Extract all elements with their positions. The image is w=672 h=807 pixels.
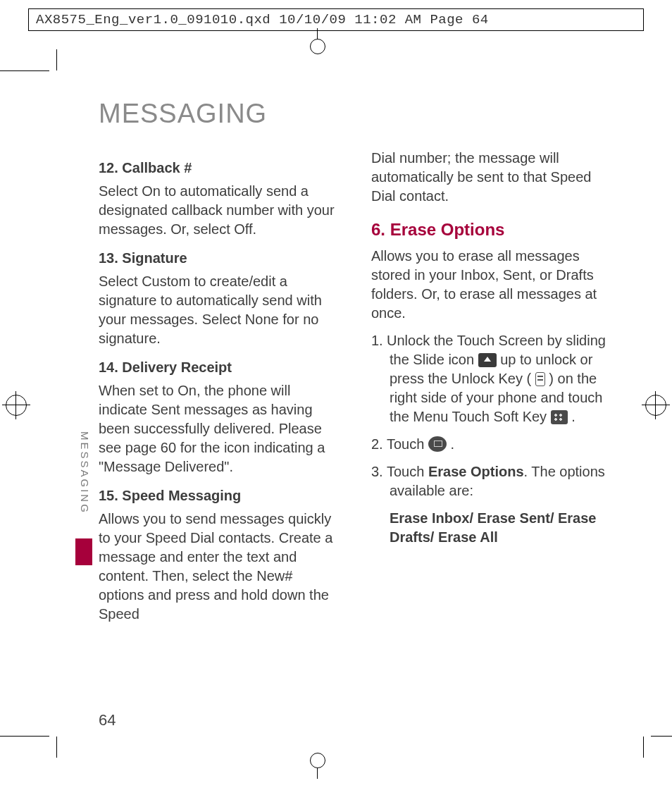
step-2: 2.Touch . bbox=[371, 435, 611, 454]
step-text-bold: Erase Options bbox=[428, 464, 524, 479]
crop-mark bbox=[310, 39, 325, 54]
page-title: MESSAGING bbox=[99, 99, 616, 129]
step-1: 1.Unlock the Touch Screen by sliding the… bbox=[371, 331, 611, 426]
step-text: Touch bbox=[387, 436, 428, 452]
body-text: Allows you to send messages quickly to y… bbox=[99, 510, 339, 624]
print-header: AX8575_Eng_ver1.0_091010.qxd 10/10/09 11… bbox=[28, 8, 644, 31]
content-columns: 12. Callback # Select On to automaticall… bbox=[99, 149, 616, 632]
crop-mark bbox=[643, 737, 644, 758]
step-text: . bbox=[447, 436, 454, 452]
crop-mark bbox=[310, 753, 325, 768]
slide-up-icon bbox=[478, 353, 497, 367]
heading-delivery-receipt: 14. Delivery Receipt bbox=[99, 358, 339, 377]
step-number: 2. bbox=[371, 435, 387, 454]
body-text: Select Custom to create/edit a signature… bbox=[99, 272, 339, 348]
right-column: Dial number; the message will automatica… bbox=[371, 149, 616, 632]
heading-erase-options: 6. Erase Options bbox=[371, 218, 611, 241]
body-text: Select On to automatically send a design… bbox=[99, 182, 339, 239]
crop-mark bbox=[0, 70, 49, 71]
body-text: When set to On, the phone will indicate … bbox=[99, 381, 339, 476]
crop-mark bbox=[651, 736, 672, 737]
body-text: Allows you to erase all messages stored … bbox=[371, 247, 611, 323]
step-3: 3.Touch Erase Options. The options avail… bbox=[371, 462, 611, 500]
body-text: Dial number; the message will automatica… bbox=[371, 149, 611, 206]
crop-mark bbox=[56, 49, 57, 70]
step-number: 1. bbox=[371, 331, 387, 350]
crop-mark bbox=[0, 736, 49, 737]
options-list: Erase Inbox/ Erase Sent/ Erase Drafts/ E… bbox=[390, 509, 611, 547]
step-text: Touch bbox=[387, 464, 428, 479]
heading-signature: 13. Signature bbox=[99, 249, 339, 268]
messaging-icon bbox=[428, 436, 447, 452]
heading-callback: 12. Callback # bbox=[99, 159, 339, 178]
crop-mark bbox=[56, 737, 57, 758]
page-body: MESSAGING 12. Callback # Select On to au… bbox=[56, 70, 644, 737]
left-column: 12. Callback # Select On to automaticall… bbox=[99, 149, 343, 632]
registration-mark-icon bbox=[6, 395, 27, 416]
step-number: 3. bbox=[371, 462, 387, 481]
heading-speed-messaging: 15. Speed Messaging bbox=[99, 486, 339, 505]
menu-soft-key-icon bbox=[551, 410, 568, 424]
registration-mark-icon bbox=[645, 395, 666, 416]
unlock-key-icon bbox=[535, 372, 545, 386]
step-text: . bbox=[568, 409, 575, 424]
